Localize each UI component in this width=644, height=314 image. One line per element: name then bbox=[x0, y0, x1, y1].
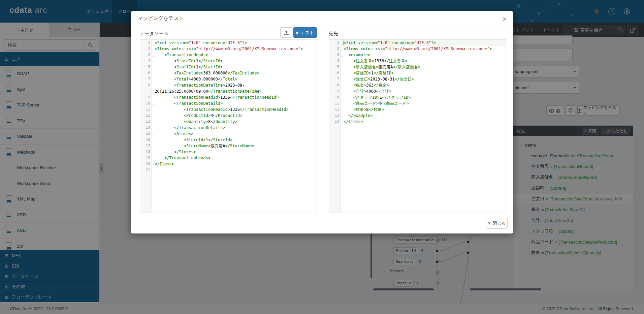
editor-line: 9 <TransactionHeadId>1336</TransactionHe… bbox=[140, 94, 317, 100]
editor-line: 10 <スタッフID>1</スタッフID> bbox=[329, 94, 506, 100]
editor-line: 21 bbox=[140, 167, 317, 173]
upload-icon bbox=[284, 30, 289, 35]
editor-line: 5 <購入店舗名>販売店A</購入店舗名> bbox=[329, 64, 506, 70]
close-dialog-button[interactable]: ✕ 閉じる bbox=[486, 218, 508, 229]
editor-line: 1<?xml version="1.0" encoding="UTF-8"?> bbox=[329, 40, 506, 46]
dialog-title: マッピングをテスト bbox=[137, 15, 184, 22]
fold-arrow-icon[interactable]: ⌄ bbox=[152, 101, 154, 107]
app-root: cdataarc ダッシュボード フロー ⚙ ? アウトプット イベント 変更を… bbox=[0, 0, 644, 314]
editor-line: 12 <ProductId>4</ProductId> bbox=[140, 113, 317, 119]
run-test-button[interactable]: ▶ テスト bbox=[293, 27, 317, 38]
editor-line: 5 <StaffId>1</StaffId> bbox=[140, 64, 317, 70]
dialog-footer: ✕ 閉じる bbox=[131, 213, 513, 234]
editor-line: 17 <StoreName>販売店A</StoreName> bbox=[140, 143, 317, 149]
editor-line: 16 <StoreId>1</StoreId> bbox=[140, 137, 317, 143]
editor-line: 8 <税金>363</税金> bbox=[329, 82, 506, 88]
editor-line: 13 <Quantity>8</Quantity> bbox=[140, 119, 317, 125]
destination-xml-editor[interactable]: 1<?xml version="1.0" encoding="UTF-8"?>2… bbox=[329, 39, 506, 213]
dialog-title-bar: マッピングをテスト bbox=[131, 11, 513, 26]
fold-arrow-icon[interactable]: ⌄ bbox=[152, 53, 154, 59]
dialog-close-icon[interactable]: ✕ bbox=[501, 15, 509, 23]
editor-line: 7 <注文日>2023-08-31</注文日> bbox=[329, 76, 506, 82]
editor-line: 2⌄<Items xmlns:xsi="http://www.w3.org/20… bbox=[140, 46, 317, 52]
editor-line: 14 </TransactionDetails> bbox=[140, 125, 317, 131]
editor-line: 8 <TransactionDateTime>2023-08- bbox=[140, 82, 317, 88]
editor-line: 14</Items> bbox=[329, 119, 506, 125]
editor-line: 1<?xml version="1.0" encoding="UTF-8"?> bbox=[140, 40, 317, 46]
fold-arrow-icon[interactable]: ⌄ bbox=[152, 132, 154, 138]
editor-line: 20T21:26:25.0000+09:00</TransactionDateT… bbox=[140, 88, 317, 94]
fold-arrow-icon[interactable]: ⌄ bbox=[152, 47, 154, 53]
editor-line: 4 <StoreId>1</StoreId> bbox=[140, 58, 317, 64]
editor-line: 19 </TransactionHeads> bbox=[140, 155, 317, 161]
source-xml-editor[interactable]: 1<?xml version="1.0" encoding="UTF-8"?>2… bbox=[140, 39, 317, 213]
close-button-label: 閉じる bbox=[492, 220, 506, 226]
editor-line: 15⌄ <Stores> bbox=[140, 131, 317, 137]
editor-line: 2⌄<Items xmlns:xsi="http://www.w3.org/20… bbox=[329, 46, 506, 52]
editor-line: 4 <注文番号>1336</注文番号> bbox=[329, 58, 506, 64]
editor-line: 12 <数量>8</数量> bbox=[329, 106, 506, 113]
editor-line: 7 <Total>4000.000000</Total> bbox=[140, 76, 317, 82]
editor-line: 11 <商品コード>4</商品コード> bbox=[329, 100, 506, 106]
editor-line: 6 <店舗ID>1</店舗ID> bbox=[329, 70, 506, 76]
editor-line: 3⌄ <TransactionHeads> bbox=[140, 52, 317, 58]
upload-button[interactable] bbox=[280, 27, 292, 38]
dest-pane-title: 宛先 bbox=[329, 31, 338, 37]
editor-line: 18 </Stores> bbox=[140, 149, 317, 155]
close-icon: ✕ bbox=[488, 221, 491, 226]
play-icon: ▶ bbox=[296, 31, 299, 34]
pane-divider bbox=[322, 26, 322, 213]
run-test-label: テスト bbox=[300, 30, 314, 36]
editor-line: 10⌄ <TransactionDetails> bbox=[140, 100, 317, 106]
editor-line: 11 <TransactionHeadId>1336</TransactionH… bbox=[140, 106, 317, 113]
editor-line: 20</Items> bbox=[140, 161, 317, 167]
editor-line: 9 <合計>4000</合計> bbox=[329, 88, 506, 94]
test-mapping-dialog: マッピングをテスト ✕ データソース ▶ テスト 宛先 1<?xml versi… bbox=[131, 11, 513, 233]
fold-arrow-icon[interactable]: ⌄ bbox=[341, 53, 343, 59]
editor-line: 13 </example> bbox=[329, 113, 506, 119]
fold-arrow-icon[interactable]: ⌄ bbox=[341, 47, 343, 53]
editor-line: 3⌄ <example> bbox=[329, 52, 506, 58]
source-pane-title: データソース bbox=[140, 31, 168, 37]
editor-line: 6 <TaxInclude>363.000000</TaxInclude> bbox=[140, 70, 317, 76]
